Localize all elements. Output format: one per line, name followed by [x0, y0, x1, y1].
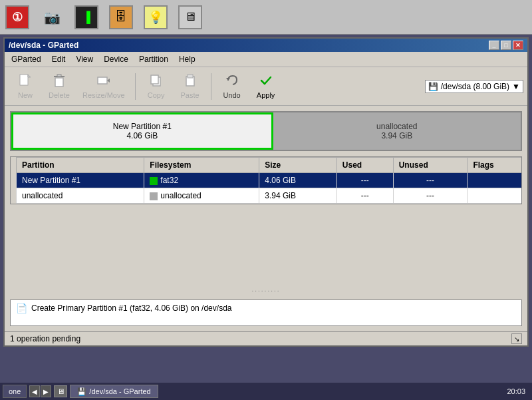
device-selector[interactable]: 💾 /dev/sda (8.00 GiB) ▼ [425, 80, 523, 93]
new-partition-label: New Partition #1 [113, 122, 172, 131]
resize-handle[interactable]: ......... [5, 284, 527, 294]
toolbar-sep-1 [135, 73, 136, 100]
taskbar-window-button[interactable]: 💾 /dev/sda - GParted [70, 385, 158, 398]
toolbar-group-main: New Delete Resize/Move [9, 70, 131, 102]
pager-next[interactable]: ▶ [41, 385, 51, 397]
menu-device[interactable]: Device [100, 53, 132, 65]
new-button[interactable]: New [9, 70, 42, 102]
table-row[interactable]: New Partition #1fat324.06 GiB------ [17, 173, 523, 188]
taskbar-bottom: one ◀ ▶ 🖥 💾 /dev/sda - GParted 20:03 [0, 383, 532, 400]
fs-color-box-1 [150, 192, 158, 200]
maximize-button[interactable]: □ [501, 41, 511, 50]
menu-view[interactable]: View [72, 53, 97, 65]
minimize-button[interactable]: _ [489, 41, 499, 50]
svg-rect-5 [57, 75, 61, 77]
bulb-icon: 💡 [144, 5, 168, 29]
fs-color-box-0 [150, 177, 158, 185]
new-icon [18, 73, 33, 90]
delete-button[interactable]: Delete [43, 70, 76, 102]
pager-prev[interactable]: ◀ [29, 385, 40, 397]
col-header-flags: Flags [467, 158, 522, 173]
new-partition-size: 4.06 GiB [126, 131, 158, 140]
app-icon-1: ① [5, 5, 29, 29]
cell-filesystem-1: unallocated [144, 188, 259, 204]
log-entry: 📄 Create Primary Partition #1 (fat32, 4.… [16, 303, 516, 313]
partition-new[interactable]: New Partition #1 4.06 GiB [11, 112, 273, 150]
status-text: 1 operation pending [10, 334, 80, 343]
cell-used-1: --- [336, 188, 393, 204]
toolbar: New Delete Resize/Move Copy [5, 67, 527, 106]
status-bar: 1 operation pending ↘ [5, 331, 527, 345]
log-area: 📄 Create Primary Partition #1 (fat32, 4.… [10, 300, 522, 326]
toolbar-group-undo: Undo Apply [215, 70, 283, 102]
cell-unused-0: --- [393, 173, 467, 188]
desktop-icon-terminal[interactable]: ▐ [74, 5, 98, 29]
log-entry-text: Create Primary Partition #1 (fat32, 4.06… [31, 303, 231, 313]
partition-table-wrapper: Partition Filesystem Size Used Unused Fl… [10, 156, 522, 204]
apply-button[interactable]: Apply [249, 70, 283, 102]
cell-partition-1: unallocated [17, 188, 144, 204]
col-header-unused: Unused [393, 158, 467, 173]
menu-help[interactable]: Help [175, 53, 200, 65]
copy-icon [149, 73, 164, 90]
desktop-icon-removable[interactable]: 🗄 [109, 5, 133, 29]
title-bar-controls: _ □ ✕ [489, 41, 523, 50]
menu-partition[interactable]: Partition [135, 53, 172, 65]
desktop-icon-1[interactable]: ① [5, 5, 29, 29]
removable-icon: 🗄 [109, 5, 133, 29]
table-row[interactable]: unallocatedunallocated3.94 GiB------ [17, 188, 523, 204]
taskbar-pager: ◀ ▶ [29, 385, 51, 397]
undo-icon [225, 73, 239, 90]
status-bar-resize[interactable]: ↘ [511, 333, 522, 344]
col-header-size: Size [259, 158, 337, 173]
menu-gparted[interactable]: GParted [7, 53, 45, 65]
resize-icon [96, 73, 111, 90]
close-button[interactable]: ✕ [513, 41, 523, 50]
desktop-top-bar: ① 📷 ▐ 🗄 💡 🖥 [0, 0, 532, 35]
cell-flags-1 [467, 188, 522, 204]
cell-size-0: 4.06 GiB [259, 173, 337, 188]
copy-button[interactable]: Copy [140, 70, 173, 102]
partition-visual: New Partition #1 4.06 GiB unallocated 3.… [10, 111, 522, 151]
device-dropdown-icon: ▼ [512, 82, 520, 91]
cell-flags-0 [467, 173, 522, 188]
partition-table: Partition Filesystem Size Used Unused Fl… [16, 157, 522, 204]
desktop-icon-camera[interactable]: 📷 [40, 5, 64, 29]
resize-button[interactable]: Resize/Move [76, 70, 131, 102]
paste-button[interactable]: Paste [174, 70, 207, 102]
device-label: /dev/sda (8.00 GiB) [441, 82, 509, 91]
window-title: /dev/sda - GParted [9, 41, 78, 50]
cell-partition-0: New Partition #1 [17, 173, 144, 188]
desktop-icon-bulb[interactable]: 💡 [144, 5, 168, 29]
drive-icon: 🖥 [178, 5, 202, 29]
partition-unallocated[interactable]: unallocated 3.94 GiB [273, 112, 521, 150]
device-drive-icon: 💾 [428, 82, 438, 91]
menu-edit[interactable]: Edit [48, 53, 70, 65]
log-entry-icon: 📄 [16, 303, 27, 313]
unallocated-label: unallocated [376, 122, 417, 131]
desktop-icon-drive[interactable]: 🖥 [178, 5, 202, 29]
col-header-used: Used [336, 158, 393, 173]
menu-bar: GParted Edit View Device Partition Help [5, 52, 527, 67]
empty-space [5, 204, 527, 284]
undo-button[interactable]: Undo [215, 70, 249, 102]
apply-icon [259, 73, 273, 90]
svg-marker-12 [226, 78, 230, 81]
workspace-button[interactable]: one [3, 385, 27, 398]
svg-rect-9 [151, 75, 158, 84]
cell-size-1: 3.94 GiB [259, 188, 337, 204]
unallocated-size: 3.94 GiB [381, 131, 412, 140]
terminal-icon: ▐ [74, 5, 98, 29]
svg-rect-6 [98, 77, 107, 84]
col-header-partition: Partition [17, 158, 144, 173]
title-bar: /dev/sda - GParted _ □ ✕ [5, 39, 527, 52]
toolbar-group-copy: Copy Paste [140, 70, 207, 102]
cell-used-0: --- [336, 173, 393, 188]
taskbar-window-icon: 💾 [77, 387, 86, 396]
cell-filesystem-0: fat32 [144, 173, 259, 188]
paste-icon [183, 73, 198, 90]
desktop-icon-small[interactable]: 🖥 [54, 385, 67, 397]
table-header-row: Partition Filesystem Size Used Unused Fl… [17, 158, 523, 173]
camera-icon: 📷 [40, 5, 64, 29]
cell-unused-1: --- [393, 188, 467, 204]
